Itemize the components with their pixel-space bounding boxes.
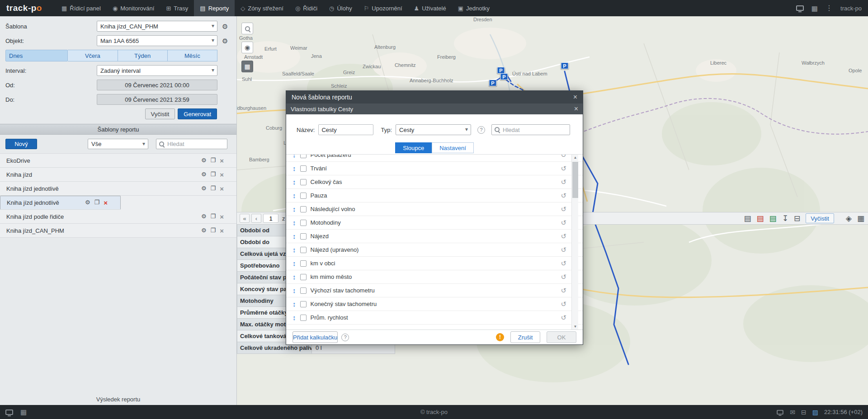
column-row[interactable]: ↕Nájezd↺	[286, 230, 583, 243]
nav-item-drivers[interactable]: ◎Řidiči	[289, 0, 323, 16]
close-icon[interactable]: ×	[104, 199, 108, 206]
report-list-icon[interactable]: ▤	[744, 215, 751, 222]
copy-icon[interactable]: ❐	[211, 213, 216, 220]
wrench-icon[interactable]: ⚙	[201, 185, 207, 192]
wrench-icon[interactable]: ⚙	[201, 157, 207, 164]
pdf-icon[interactable]: ▤	[757, 215, 764, 222]
mail-icon[interactable]: ✉	[790, 409, 795, 415]
wrench-icon[interactable]: ⚙	[201, 227, 207, 234]
dialog-close-icon[interactable]: ×	[573, 93, 577, 101]
type-select[interactable]: Cesty▾	[396, 124, 471, 135]
help-icon[interactable]: ?	[477, 126, 485, 134]
drag-icon[interactable]: ↕	[292, 314, 296, 321]
checkbox[interactable]	[300, 165, 307, 172]
help-icon[interactable]: ?	[341, 334, 349, 341]
drag-icon[interactable]: ↕	[292, 233, 296, 240]
wrench-icon[interactable]: ⚙	[201, 171, 207, 178]
column-row[interactable]: ↕Následující volno↺	[286, 202, 583, 216]
wrench-icon[interactable]: ⚙	[85, 199, 90, 206]
undo-icon[interactable]: ↺	[561, 165, 566, 172]
copy-icon[interactable]: ❐	[211, 185, 216, 192]
undo-icon[interactable]: ↺	[561, 192, 566, 199]
nav-item-routes[interactable]: ⊞Trasy	[160, 0, 194, 16]
template-search-input[interactable]	[156, 139, 227, 149]
scrollbar[interactable]: ▲ ▼	[571, 155, 578, 330]
column-row[interactable]: ↕Trvání↺	[286, 162, 583, 175]
drag-icon[interactable]: ↕	[292, 179, 296, 185]
column-row[interactable]: ↕Výchozí stav tachometru↺	[286, 284, 583, 297]
checkbox[interactable]	[300, 220, 307, 226]
template-filter-select[interactable]: Vše▾	[88, 139, 148, 149]
period-button-2[interactable]: Včera	[68, 50, 118, 61]
column-row[interactable]: ↕Motohodiny↺	[286, 216, 583, 230]
copy-icon[interactable]: ❐	[94, 199, 100, 206]
first-page-button[interactable]: «	[240, 214, 250, 223]
template-row[interactable]: Kniha jízd⚙❐×	[0, 168, 236, 182]
template-row[interactable]: Kniha jízd jednotlivě⚙❐×	[0, 182, 236, 196]
checkbox[interactable]	[300, 206, 307, 212]
drag-icon[interactable]: ↕	[292, 165, 296, 172]
print-icon[interactable]: ⊟	[794, 215, 800, 222]
column-row[interactable]: ↕Nájezd (upraveno)↺	[286, 243, 583, 257]
object-settings-button[interactable]: ⚙	[222, 38, 228, 44]
template-settings-button[interactable]: ⚙	[222, 23, 228, 30]
checkbox[interactable]	[300, 315, 307, 321]
table-icon[interactable]: ▦	[857, 215, 864, 222]
cancel-button[interactable]: Zrušit	[510, 331, 540, 343]
drag-icon[interactable]: ↕	[292, 192, 296, 199]
properties-close-icon[interactable]: ×	[574, 105, 578, 113]
undo-icon[interactable]: ↺	[561, 179, 566, 185]
close-icon[interactable]: ×	[220, 213, 224, 220]
checkbox[interactable]	[300, 179, 307, 185]
close-icon[interactable]: ×	[220, 157, 224, 164]
nav-item-alerts[interactable]: ⚐Upozornění	[358, 0, 408, 16]
copy-icon[interactable]: ❐	[211, 157, 216, 164]
drag-icon[interactable]: ↕	[292, 287, 296, 294]
from-date-input[interactable]	[97, 80, 217, 90]
undo-icon[interactable]: ↺	[561, 314, 566, 321]
wrench-icon[interactable]: ⚙	[201, 213, 207, 220]
interval-select[interactable]: Zadaný interval▾	[97, 65, 217, 76]
close-icon[interactable]: ×	[220, 227, 224, 234]
undo-icon[interactable]: ↺	[561, 206, 566, 212]
scrollbar-thumb[interactable]	[572, 162, 578, 198]
grid-icon[interactable]: ▦	[20, 409, 27, 415]
new-template-button[interactable]: Nový	[5, 139, 37, 149]
column-row[interactable]: ↕Pauza↺	[286, 189, 583, 202]
nav-item-monitoring[interactable]: ◉Monitorování	[107, 0, 160, 16]
column-row[interactable]: ↕Počet pasažerů↺	[286, 154, 583, 162]
screen-icon[interactable]	[777, 410, 783, 414]
nav-item-tasks[interactable]: ◷Úlohy	[323, 0, 358, 16]
drag-icon[interactable]: ↕	[292, 154, 296, 158]
excel-icon[interactable]: ▤	[769, 215, 777, 222]
undo-icon[interactable]: ↺	[561, 154, 566, 158]
map-eye-button[interactable]: ◉	[241, 42, 253, 53]
column-search-input[interactable]	[491, 124, 570, 135]
print-icon[interactable]: ⊟	[801, 409, 807, 415]
tab-settings[interactable]: Nastavení	[432, 142, 474, 153]
period-button-4[interactable]: Měsíc	[168, 50, 217, 61]
parking-marker[interactable]: P	[561, 62, 569, 69]
period-button-3[interactable]: Týden	[118, 50, 168, 61]
close-icon[interactable]: ×	[220, 185, 224, 192]
checkbox[interactable]	[300, 260, 307, 267]
nav-item-units[interactable]: ▣Jednotky	[452, 0, 495, 16]
template-row[interactable]: Kniha jízd podle řidiče⚙❐×	[0, 210, 236, 224]
copy-icon[interactable]: ❐	[211, 227, 216, 234]
undo-icon[interactable]: ↺	[561, 219, 566, 226]
column-row[interactable]: ↕Prům. rychlost↺	[286, 311, 583, 325]
template-row[interactable]: Kniha jízd_CAN_PHM⚙❐×	[0, 224, 236, 238]
ok-button[interactable]: OK	[547, 331, 576, 343]
undo-icon[interactable]: ↺	[561, 246, 566, 253]
period-button-1[interactable]: Dnes	[5, 50, 68, 61]
checkbox[interactable]	[300, 193, 307, 199]
screen-icon[interactable]	[796, 5, 804, 11]
checkbox[interactable]	[300, 274, 307, 280]
column-row[interactable]: ↕km v obci↺	[286, 257, 583, 270]
checkbox[interactable]	[300, 154, 307, 158]
column-row[interactable]: ↕Konečný stav tachometru↺	[286, 297, 583, 311]
page-number-input[interactable]	[263, 214, 278, 223]
undo-icon[interactable]: ↺	[561, 260, 566, 267]
name-input[interactable]	[318, 124, 373, 135]
template-select[interactable]: Kniha jízd_CAN_PHM▾	[97, 21, 217, 32]
